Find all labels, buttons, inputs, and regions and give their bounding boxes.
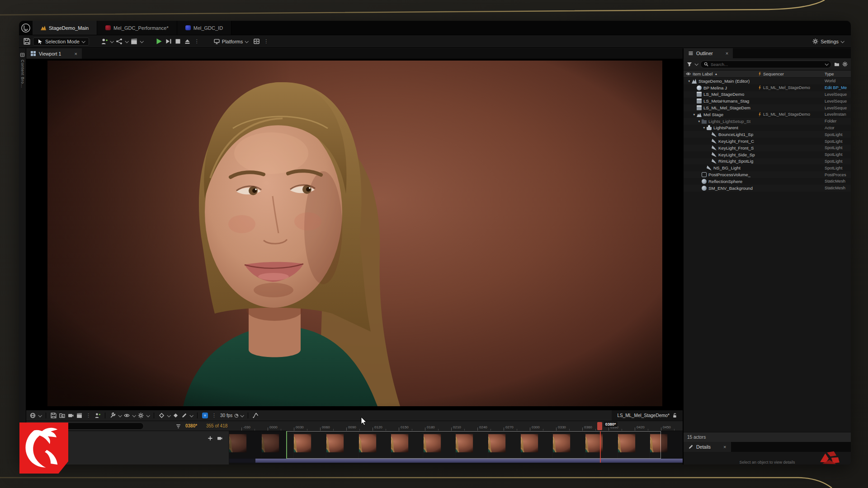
play-button[interactable] bbox=[156, 38, 162, 45]
expander-icon[interactable]: ▾ bbox=[702, 126, 706, 130]
find-in-content-browser-icon[interactable] bbox=[59, 413, 65, 418]
filter-icon[interactable] bbox=[687, 61, 692, 67]
column-item-label[interactable]: Item Label ▲ bbox=[693, 71, 758, 76]
column-type[interactable]: Type bbox=[825, 71, 851, 76]
asset-tab[interactable]: StageDemo_Main bbox=[33, 21, 97, 35]
curve-editor-icon[interactable] bbox=[253, 413, 259, 418]
visibility-column-icon[interactable] bbox=[686, 71, 691, 76]
selection-mode-button[interactable]: Selection Mode bbox=[33, 38, 89, 46]
camera-settings-icon[interactable] bbox=[138, 413, 144, 418]
outliner-row[interactable]: BounceLight1_SpSpotLight bbox=[684, 131, 851, 138]
outliner-row[interactable]: ▾Lights_LightSetup_StFolder bbox=[684, 118, 851, 125]
unreal-engine-logo-icon[interactable] bbox=[19, 21, 33, 35]
outliner-settings-icon[interactable] bbox=[842, 61, 848, 67]
close-icon[interactable]: × bbox=[723, 444, 726, 450]
cinematics-icon[interactable] bbox=[131, 38, 137, 45]
eject-button[interactable] bbox=[184, 38, 191, 45]
more-options-icon[interactable]: ⋮ bbox=[85, 413, 92, 418]
view-options-icon[interactable] bbox=[124, 413, 130, 418]
outliner-row[interactable]: NS_BG_LightSpotLight bbox=[684, 164, 851, 171]
platforms-button[interactable]: Platforms bbox=[211, 38, 250, 45]
more-options-icon[interactable]: ⋮ bbox=[263, 38, 269, 44]
column-sequencer[interactable]: Sequencer bbox=[758, 71, 825, 76]
expander-icon[interactable]: ▾ bbox=[697, 119, 701, 123]
outliner-row[interactable]: LS_MetaHumans_StagLevelSeque bbox=[684, 98, 851, 104]
outliner-row[interactable]: SM_ENV_BackgroundStaticMesh bbox=[684, 185, 851, 192]
camera-cut-filmstrip[interactable] bbox=[229, 431, 683, 465]
fps-selector[interactable]: 30 fps bbox=[220, 413, 243, 418]
current-frame-display[interactable]: 0380* bbox=[185, 423, 197, 428]
new-folder-icon[interactable] bbox=[834, 61, 840, 67]
chevron-down-icon[interactable] bbox=[38, 413, 42, 417]
add-actor-icon[interactable] bbox=[101, 38, 108, 45]
outliner-row[interactable]: ▾StageDemo_Main (Editor)World bbox=[684, 78, 851, 84]
chevron-down-icon[interactable] bbox=[167, 413, 170, 417]
outliner-row[interactable]: ReflectionSphereStaticMesh bbox=[684, 178, 851, 185]
viewport[interactable] bbox=[26, 59, 683, 409]
chevron-down-icon[interactable] bbox=[189, 413, 193, 417]
outliner-search[interactable] bbox=[700, 61, 831, 68]
render-movie-icon[interactable] bbox=[76, 413, 82, 418]
timeline-ruler[interactable]: -030000000300060009001200150018002100240… bbox=[229, 421, 683, 431]
frame-skip-button[interactable] bbox=[165, 38, 172, 45]
auto-key-icon[interactable] bbox=[173, 413, 179, 418]
chevron-down-icon[interactable] bbox=[118, 413, 122, 417]
playhead-marker[interactable] bbox=[597, 422, 602, 430]
chevron-down-icon[interactable] bbox=[125, 39, 128, 43]
edit-blueprint-link[interactable]: Edit BP_Me bbox=[825, 85, 851, 90]
settings-button[interactable]: Settings bbox=[810, 38, 846, 45]
tab-viewport-1[interactable]: Viewport 1 × bbox=[26, 48, 82, 59]
add-track-button[interactable] bbox=[208, 436, 213, 441]
close-icon[interactable]: × bbox=[74, 51, 77, 56]
close-icon[interactable]: × bbox=[726, 51, 728, 56]
sequencer-settings-icon[interactable] bbox=[110, 413, 116, 418]
keyframe-options-icon[interactable] bbox=[159, 413, 165, 418]
outliner-search-input[interactable] bbox=[711, 62, 823, 67]
blueprints-icon[interactable] bbox=[116, 38, 123, 45]
expander-icon[interactable]: ▾ bbox=[687, 79, 691, 83]
asset-tab[interactable]: Mel_GDC_Performance* bbox=[97, 21, 177, 35]
chevron-down-icon[interactable] bbox=[140, 39, 143, 43]
chevron-down-icon[interactable] bbox=[132, 413, 136, 417]
content-browser-tab[interactable]: Content Bro... bbox=[20, 60, 25, 88]
tab-details[interactable]: Details × bbox=[684, 442, 731, 452]
snap-toggle-icon[interactable] bbox=[202, 413, 208, 418]
content-drawer-icon[interactable] bbox=[20, 51, 25, 56]
outliner-row[interactable]: RimLight_SpotLigSpotLight bbox=[684, 158, 851, 165]
edit-mode-icon[interactable] bbox=[181, 413, 187, 418]
playback-start-marker[interactable] bbox=[286, 431, 287, 459]
asset-tab[interactable]: Mel_GDC_ID bbox=[177, 21, 231, 35]
outliner-row[interactable]: ▾LightsParentActor bbox=[684, 125, 851, 131]
add-track-actor-icon[interactable] bbox=[94, 413, 100, 418]
lock-icon[interactable] bbox=[672, 413, 677, 418]
outliner-row[interactable]: PostProcessVolume_PostProces bbox=[684, 171, 851, 178]
world-icon[interactable] bbox=[30, 413, 36, 418]
sequence-breadcrumb[interactable]: LS_ML_Mel_StageDemo* bbox=[612, 410, 683, 421]
track-filter-icon[interactable] bbox=[175, 423, 181, 429]
more-options-icon[interactable]: ⋮ bbox=[211, 413, 217, 418]
chevron-down-icon[interactable] bbox=[825, 62, 828, 66]
expander-icon[interactable]: ▾ bbox=[692, 113, 696, 117]
chevron-down-icon[interactable] bbox=[146, 413, 150, 417]
outliner-row[interactable]: KeyLight_Front_SSpotLight bbox=[684, 145, 851, 151]
tab-outliner[interactable]: Outliner × bbox=[684, 48, 733, 58]
stop-button[interactable] bbox=[175, 38, 181, 45]
outliner-row[interactable]: LS_Mel_StageDemoLevelSeque bbox=[684, 91, 851, 98]
outliner-item-label: LightsParent bbox=[713, 125, 738, 130]
save-icon[interactable] bbox=[24, 38, 30, 45]
outliner-row[interactable]: KeyLight_Front_CSpotLight bbox=[684, 138, 851, 145]
device-output-icon[interactable] bbox=[253, 38, 260, 45]
camera-icon[interactable] bbox=[68, 413, 74, 418]
camera-cut-icon[interactable] bbox=[217, 436, 222, 441]
section-range-bar[interactable] bbox=[229, 459, 683, 463]
more-options-icon[interactable]: ⋮ bbox=[193, 38, 200, 44]
save-icon[interactable] bbox=[51, 413, 57, 418]
playhead-line[interactable] bbox=[600, 431, 601, 463]
outliner-row[interactable]: LS_ML_Mel_StageDemLevelSeque bbox=[684, 104, 851, 111]
outliner-row[interactable]: BP Melina JLS_ML_Mel_StageDemoEdit BP_Me bbox=[684, 84, 851, 91]
outliner-row[interactable]: ▾Mel StageLS_ML_Mel_StageDemoLevelInstan bbox=[684, 111, 851, 118]
outliner-row[interactable]: KeyLight_Side_SpSpotLight bbox=[684, 151, 851, 158]
chevron-down-icon[interactable] bbox=[110, 39, 113, 43]
active-section-outline[interactable] bbox=[286, 431, 661, 459]
chevron-down-icon[interactable] bbox=[694, 62, 698, 66]
